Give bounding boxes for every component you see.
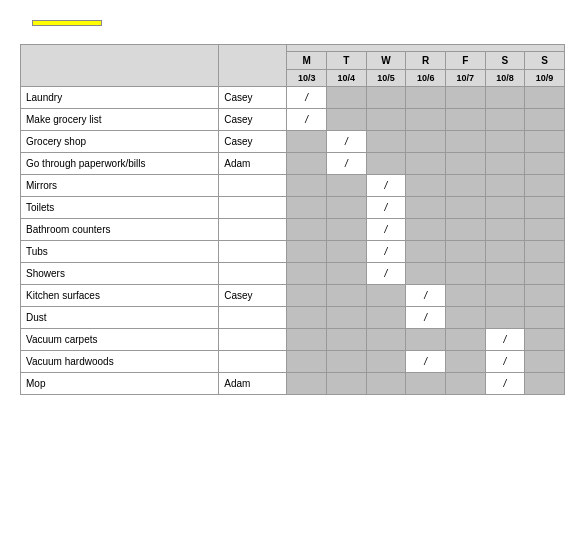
chore-name: Go through paperwork/bills: [21, 153, 219, 175]
check-mark: /: [366, 241, 406, 263]
empty-cell: [525, 329, 565, 351]
empty-cell: [406, 197, 446, 219]
chore-name: Bathroom counters: [21, 219, 219, 241]
empty-cell: [287, 153, 327, 175]
chore-name: Tubs: [21, 241, 219, 263]
empty-cell: [366, 109, 406, 131]
table-row: LaundryCasey/: [21, 87, 565, 109]
empty-cell: [366, 285, 406, 307]
day-header-s: S: [485, 52, 525, 70]
owner-col-header: [219, 45, 287, 87]
empty-cell: [327, 285, 367, 307]
table-row: Mirrors/: [21, 175, 565, 197]
check-mark: /: [287, 87, 327, 109]
empty-cell: [445, 373, 485, 395]
empty-cell: [445, 285, 485, 307]
empty-cell: [406, 263, 446, 285]
table-row: Make grocery listCasey/: [21, 109, 565, 131]
empty-cell: [366, 153, 406, 175]
date-header: 10/9: [525, 70, 565, 87]
chore-owner: [219, 329, 287, 351]
date-header: 10/4: [327, 70, 367, 87]
chore-name: Toilets: [21, 197, 219, 219]
chores-col-header: [21, 45, 219, 87]
empty-cell: [327, 87, 367, 109]
empty-cell: [485, 87, 525, 109]
empty-cell: [485, 197, 525, 219]
start-date-value[interactable]: [32, 20, 102, 26]
empty-cell: [287, 285, 327, 307]
empty-cell: [525, 153, 565, 175]
empty-cell: [327, 351, 367, 373]
empty-cell: [327, 373, 367, 395]
empty-cell: [406, 175, 446, 197]
empty-cell: [445, 241, 485, 263]
check-mark: /: [327, 131, 367, 153]
chore-owner: [219, 219, 287, 241]
empty-cell: [525, 241, 565, 263]
check-mark: /: [485, 351, 525, 373]
table-row: Kitchen surfacesCasey/: [21, 285, 565, 307]
check-mark: /: [485, 373, 525, 395]
empty-cell: [287, 307, 327, 329]
empty-cell: [287, 373, 327, 395]
header-section: [20, 20, 565, 26]
empty-cell: [445, 175, 485, 197]
empty-cell: [327, 175, 367, 197]
empty-cell: [287, 351, 327, 373]
check-mark: /: [485, 329, 525, 351]
empty-cell: [406, 241, 446, 263]
chore-owner: Adam: [219, 373, 287, 395]
chore-name: Vacuum carpets: [21, 329, 219, 351]
empty-cell: [445, 87, 485, 109]
table-row: Toilets/: [21, 197, 565, 219]
check-mark: /: [366, 175, 406, 197]
empty-cell: [287, 131, 327, 153]
empty-cell: [445, 263, 485, 285]
table-row: Vacuum carpets/: [21, 329, 565, 351]
empty-cell: [445, 219, 485, 241]
empty-cell: [525, 175, 565, 197]
empty-cell: [445, 109, 485, 131]
empty-cell: [406, 329, 446, 351]
empty-cell: [327, 241, 367, 263]
check-mark: /: [366, 219, 406, 241]
date-header: 10/8: [485, 70, 525, 87]
empty-cell: [327, 329, 367, 351]
date-header: 10/5: [366, 70, 406, 87]
empty-cell: [366, 87, 406, 109]
empty-cell: [287, 219, 327, 241]
empty-cell: [406, 219, 446, 241]
empty-cell: [485, 175, 525, 197]
empty-cell: [366, 131, 406, 153]
empty-cell: [327, 197, 367, 219]
empty-cell: [445, 197, 485, 219]
empty-cell: [525, 307, 565, 329]
date-header: 10/6: [406, 70, 446, 87]
empty-cell: [485, 241, 525, 263]
chore-owner: [219, 241, 287, 263]
chore-owner: [219, 175, 287, 197]
empty-cell: [485, 285, 525, 307]
empty-cell: [485, 109, 525, 131]
day-header-w: W: [366, 52, 406, 70]
empty-cell: [327, 307, 367, 329]
empty-cell: [445, 131, 485, 153]
chore-name: Mop: [21, 373, 219, 395]
chore-name: Mirrors: [21, 175, 219, 197]
empty-cell: [406, 373, 446, 395]
chore-owner: Adam: [219, 153, 287, 175]
empty-cell: [525, 351, 565, 373]
empty-cell: [445, 351, 485, 373]
check-mark: /: [366, 197, 406, 219]
table-row: Vacuum hardwoods//: [21, 351, 565, 373]
chore-name: Showers: [21, 263, 219, 285]
empty-cell: [485, 307, 525, 329]
check-mark: /: [406, 285, 446, 307]
check-mark: /: [287, 109, 327, 131]
empty-cell: [525, 87, 565, 109]
date-header: 10/3: [287, 70, 327, 87]
chore-name: Laundry: [21, 87, 219, 109]
table-row: Tubs/: [21, 241, 565, 263]
empty-cell: [525, 109, 565, 131]
